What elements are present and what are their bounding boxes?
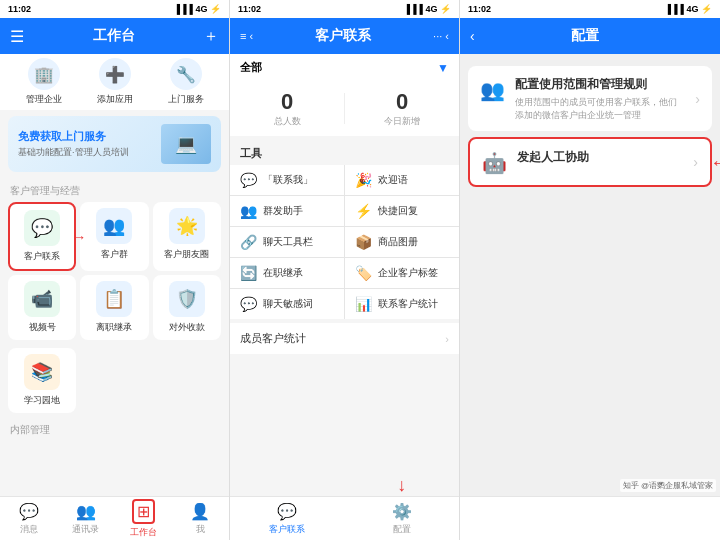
join-me-item[interactable]: 💬 「联系我」 [230, 165, 344, 195]
stats-link-label: 联系客户统计 [378, 297, 438, 311]
promo-banner[interactable]: 免费获取上门服务 基础功能配置·管理人员培训 💻 [8, 116, 221, 172]
tab-me[interactable]: 👤 我 [172, 497, 229, 540]
nav-title-2: 客户联系 [315, 27, 371, 45]
customer-friends-item[interactable]: 🌟 客户朋友圈 [153, 202, 221, 271]
member-stats-item[interactable]: 成员客户统计 › [230, 323, 459, 354]
learning-item[interactable]: 📚 学习园地 [8, 348, 76, 413]
manage-enterprise-icon: 🏢 [28, 58, 60, 90]
enterprise-tag-label: 企业客户标签 [378, 266, 438, 280]
add-app-icon: ➕ [99, 58, 131, 90]
sensitive-label: 聊天敏感词 [263, 297, 313, 311]
video-icon: 📹 [24, 281, 60, 317]
customer-contacts-tab-label: 客户联系 [269, 523, 305, 536]
on-job-item[interactable]: 🔄 在职继承 [230, 258, 344, 288]
banner-subtitle: 基础功能配置·管理人员培训 [18, 146, 129, 159]
arrow-to-panel2: → [72, 229, 86, 245]
welcome-item[interactable]: 🎉 欢迎语 [345, 165, 459, 195]
scope-rules-body: 配置使用范围和管理规则 使用范围中的成员可使用客户联系，他们添加的微信客户由企业… [515, 76, 685, 121]
tab-bar-1: 💬 消息 👥 通讯录 ⊞ 工作台 👤 我 [0, 496, 229, 540]
tab-customer-contacts[interactable]: 💬 客户联系 [230, 497, 345, 540]
product-catalog-item[interactable]: 📦 商品图册 [345, 227, 459, 257]
banner-image: 💻 [161, 124, 211, 164]
today-label: 今日新增 [384, 115, 420, 128]
chat-toolbar-icon: 🔗 [240, 234, 257, 250]
workbench-tab-icon: ⊞ [132, 499, 155, 524]
tab-config[interactable]: ↓ ⚙️ 配置 [345, 497, 460, 540]
nav-left-icon-1[interactable]: ☰ [10, 27, 24, 46]
ai-assistant-section: 🤖 发起人工协助 › [468, 137, 712, 187]
learning-grid: 📚 学习园地 [0, 348, 229, 417]
ai-assistant-title: 发起人工协助 [517, 149, 683, 166]
tab-messages[interactable]: 💬 消息 [0, 497, 57, 540]
chat-toolbar-item[interactable]: 🔗 聊天工具栏 [230, 227, 344, 257]
manage-enterprise-item[interactable]: 🏢 管理企业 [26, 58, 62, 106]
quick-reply-item[interactable]: ⚡ 快捷回复 [345, 196, 459, 226]
customer-link-icon: 💬 [24, 210, 60, 246]
customer-link-item[interactable]: 💬 客户联系 → [8, 202, 76, 271]
status-bar-2: 11:02 ▐▐▐ 4G ⚡ [230, 0, 459, 18]
tab-contacts-label: 通讯录 [72, 523, 99, 536]
scope-rules-item[interactable]: 👥 配置使用范围和管理规则 使用范围中的成员可使用客户联系，他们添加的微信客户由… [468, 66, 712, 131]
ai-assistant-arrow: › [693, 154, 698, 170]
filter-icon[interactable]: ▼ [437, 61, 449, 75]
collect-item[interactable]: 🛡️ 对外收款 [153, 275, 221, 340]
customer-app-grid: 💬 客户联系 → 👥 客户群 🌟 客户朋友圈 📹 视频号 📋 离职继承 [0, 202, 229, 344]
config-tab-icon: ⚙️ [392, 502, 412, 521]
nav-right-2[interactable]: ··· ‹ [433, 30, 449, 42]
workbench-scroll: 🏢 管理企业 ➕ 添加应用 🔧 上门服务 免费获取上门服务 基础功能配置·管理人… [0, 54, 229, 496]
today-customers: 0 今日新增 [345, 89, 459, 128]
signal-2: ▐▐▐ 4G ⚡ [404, 4, 451, 14]
scope-rules-title: 配置使用范围和管理规则 [515, 76, 685, 93]
inherit-icon: 📋 [96, 281, 132, 317]
stats-link-item[interactable]: 📊 联系客户统计 [345, 289, 459, 319]
welcome-label: 欢迎语 [378, 173, 408, 187]
inherit-item[interactable]: 📋 离职继承 [80, 275, 148, 340]
watermark: 知乎 @语鹦企服私域管家 [620, 479, 716, 492]
enterprise-tag-item[interactable]: 🏷️ 企业客户标签 [345, 258, 459, 288]
banner-title: 免费获取上门服务 [18, 129, 129, 144]
config-tab-label: 配置 [393, 523, 411, 536]
group-assist-item[interactable]: 👥 群发助手 [230, 196, 344, 226]
customer-contacts-scroll: 全部 ▼ 0 总人数 0 今日新增 工具 💬 「联系我」 🎉 欢迎语 [230, 54, 459, 496]
sensitive-item[interactable]: 💬 聊天敏感词 [230, 289, 344, 319]
inherit-label: 离职继承 [96, 321, 132, 334]
nav-left-3[interactable]: ‹ [470, 28, 475, 44]
nav-title-1: 工作台 [93, 27, 135, 45]
total-num: 0 [281, 89, 293, 115]
home-service-icon: 🔧 [170, 58, 202, 90]
arrow-to-ai: ← [710, 151, 720, 174]
tab-workbench-label: 工作台 [130, 526, 157, 539]
nav-bar-2: ≡ ‹ 客户联系 ··· ‹ [230, 18, 459, 54]
group-assist-label: 群发助手 [263, 204, 303, 218]
add-app-label: 添加应用 [97, 93, 133, 106]
nav-title-3: 配置 [571, 27, 599, 45]
scope-rules-icon: 👥 [480, 78, 505, 102]
watermark-platform: 知乎 [623, 480, 639, 491]
collect-label: 对外收款 [169, 321, 205, 334]
quick-reply-icon: ⚡ [355, 203, 372, 219]
tab-bar-2: 💬 客户联系 ↓ ⚙️ 配置 [230, 496, 459, 540]
filter-bar: 全部 ▼ [230, 54, 459, 81]
nav-right-icon-1[interactable]: ＋ [203, 26, 219, 47]
stats-link-icon: 📊 [355, 296, 372, 312]
member-stats-arrow: › [445, 333, 449, 345]
ai-assistant-item[interactable]: 🤖 发起人工协助 › [470, 139, 710, 185]
home-service-item[interactable]: 🔧 上门服务 [168, 58, 204, 106]
tool-grid: 💬 「联系我」 🎉 欢迎语 👥 群发助手 ⚡ 快捷回复 🔗 聊天工具栏 📦 [230, 165, 459, 319]
ai-assistant-body: 发起人工协助 [517, 149, 683, 166]
manage-enterprise-label: 管理企业 [26, 93, 62, 106]
tab-contacts[interactable]: 👥 通讯录 [57, 497, 114, 540]
scope-rules-desc: 使用范围中的成员可使用客户联系，他们添加的微信客户由企业统一管理 [515, 96, 685, 121]
video-item[interactable]: 📹 视频号 [8, 275, 76, 340]
customer-link-label: 客户联系 [24, 250, 60, 263]
tab-workbench[interactable]: ⊞ 工作台 [115, 497, 172, 540]
customer-friends-label: 客户朋友圈 [164, 248, 209, 261]
learning-label: 学习园地 [24, 394, 60, 407]
config-tab-bar [460, 496, 720, 540]
nav-left-2[interactable]: ≡ ‹ [240, 30, 253, 42]
customer-group-item[interactable]: 👥 客户群 [80, 202, 148, 271]
learning-icon: 📚 [24, 354, 60, 390]
group-assist-icon: 👥 [240, 203, 257, 219]
time-3: 11:02 [468, 4, 491, 14]
add-app-item[interactable]: ➕ 添加应用 [97, 58, 133, 106]
